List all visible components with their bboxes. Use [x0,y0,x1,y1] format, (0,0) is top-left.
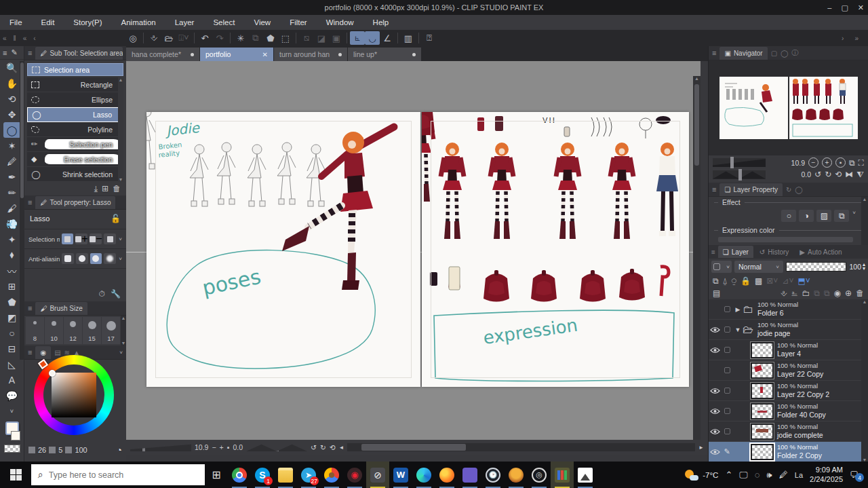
brushsize-menu-icon[interactable]: ≡ [28,304,32,312]
snap-special-ruler-icon[interactable]: ◡ [365,31,380,45]
layer-row-layer-22-copy[interactable]: 100 % NormalLayer 22 Copy [709,360,868,381]
navigator-preview[interactable] [709,60,868,155]
invert-selection-icon[interactable]: ⧉ [248,31,263,45]
enable-mask-icon[interactable]: ⊠˅ [766,276,778,286]
scale-rotate-icon[interactable]: ⧅ [299,31,314,45]
crop-icon[interactable]: ⬚ [278,31,293,45]
palette-color-dropdown[interactable]: ˅ [711,261,732,273]
gradient-map-icon[interactable]: ◪ [314,31,329,45]
aa-none-button[interactable] [62,253,74,264]
layer-checkbox[interactable] [721,367,733,373]
effect-dropdown-icon[interactable]: ˅ [852,210,856,222]
navigator-menu-icon[interactable]: ≡ [712,49,716,57]
firefox-app-icon[interactable] [435,462,458,488]
extract-line-effect-icon[interactable]: ⧉ [834,210,849,222]
brush-size-12[interactable]: 12 [64,317,82,344]
clip-studio-tools-app-icon[interactable] [551,462,574,488]
subtool-menu-icon[interactable]: ≡ [28,49,32,57]
lock-transparent-pixel-icon[interactable]: ▩ [755,276,762,286]
zoom-tool-icon[interactable]: 🔍 [3,60,21,75]
frame-border-tool-icon[interactable]: ⊟ [3,341,21,356]
color-slider-tab[interactable]: ▤ [54,349,60,356]
blend-mode-dropdown[interactable]: Normal˅ [734,261,783,273]
material-panel-icon[interactable]: ▥ [401,31,416,45]
add-subtool-icon[interactable]: ⊞ [102,184,108,193]
layer-list-view-icon[interactable]: ▤ [713,288,720,298]
visibility-toggle[interactable] [709,428,721,435]
folder-expand-icon[interactable]: ▼ [733,326,743,333]
reset-rotation-icon[interactable]: ⟲ [330,443,336,451]
layer-thumbnail[interactable] [751,403,774,419]
unlock-icon[interactable]: 🔓 [111,214,121,223]
media-app-icon[interactable] [505,462,528,488]
aa-middle-button[interactable] [90,253,102,264]
minimize-button[interactable]: – [827,3,831,12]
brush-size-8[interactable]: 8 [26,317,44,344]
canvas-horizontal-scrollbar[interactable] [347,443,695,451]
expression-color-dropdown[interactable] [718,237,853,242]
menu-filter[interactable]: Filter [280,15,317,30]
menu-window[interactable]: Window [317,15,363,30]
nav-fit-icon[interactable]: ▪ [835,157,846,168]
menu-layer[interactable]: Layer [165,15,204,30]
tool-scroll-down-icon[interactable]: ˅ [3,403,21,419]
airbrush-tool-icon[interactable]: 💨 [3,216,21,231]
edge-app-icon[interactable] [412,462,435,488]
fit-screen-icon[interactable]: ▪ [227,443,230,451]
brush-size-15[interactable]: 15 [83,317,101,344]
new-raster-layer-icon[interactable]: ⎀ [781,288,787,298]
clock-widget[interactable]: 9:09 AM 2/24/2025 [810,466,843,485]
visibility-toggle[interactable] [709,347,721,354]
layer-row-folder-2-copy[interactable]: ✎ 100 % NormalFolder 2 Copy [709,442,868,462]
opacity-slider[interactable] [786,262,846,271]
new-vector-layer-icon[interactable]: ⎁ [791,288,798,298]
eyedropper-tool-icon[interactable]: 🖉 [3,153,21,169]
sv-marker[interactable] [49,370,56,377]
photos-app-icon[interactable] [574,462,597,488]
menu-story[interactable]: Story(P) [64,15,111,30]
subtool-item-polyline[interactable]: Polyline [27,122,123,137]
toolprop-menu-icon[interactable]: ≡ [28,198,32,206]
subview-tab-icon[interactable]: ▢ [771,50,777,57]
layer-color-icon[interactable]: ⬒˅ [797,276,810,286]
menu-view[interactable]: View [244,15,280,30]
chrome-app-icon[interactable] [228,462,251,488]
canvas-viewport[interactable]: Jodie Broken reality poses [126,61,701,440]
figure-tool-icon[interactable]: ○ [3,325,21,341]
subtool-scrollbar[interactable]: ▲▼ [118,77,123,182]
new-folder-icon[interactable]: 🗀 [802,288,810,298]
tone-icon[interactable]: ▣ [329,31,344,45]
quick-access-tab-icon[interactable]: ◯ [781,50,788,57]
layer-checkbox[interactable] [721,428,733,434]
layer-thumbnail[interactable] [751,362,774,379]
reset-tool-icon[interactable]: ⏱ [99,289,105,299]
hidden-icons-chevron[interactable]: ⌃ [725,470,732,480]
layer-row-layer-22-copy-2[interactable]: 100 % NormalLayer 22 Copy 2 [709,381,868,401]
chrome-profile-app-icon[interactable] [320,462,343,488]
menu-help[interactable]: Help [363,15,399,30]
combine-down-icon[interactable]: ⧉ [824,288,830,298]
skype-app-icon[interactable]: S1 [251,462,274,488]
history-tab[interactable]: ↺History [755,246,794,258]
left-panel-collapse-strip[interactable]: «‖«‹ [0,35,125,42]
correct-line-tool-icon[interactable]: ◺ [3,356,21,372]
aa-dropdown-icon[interactable]: ˅ [119,256,122,262]
layer-tab[interactable]: ❏Layer [718,246,753,258]
menu-edit[interactable]: Edit [32,15,64,30]
nav-zoom-out-icon[interactable]: − [808,157,818,168]
menu-select[interactable]: Select [203,15,244,30]
close-tab-icon[interactable]: ✕ [262,51,268,58]
redo-icon[interactable]: ↷ [212,31,227,45]
move-tool-icon[interactable]: ✥ [3,107,21,122]
tool-settings-wrench-icon[interactable]: 🔧 [111,289,121,299]
layer-thumbnail[interactable] [751,383,774,399]
draft-layer-icon[interactable]: ⍜ [732,276,736,286]
doc-tab-line-up[interactable]: line up* [348,48,421,61]
layer-list-scrollbar[interactable]: ▲▼ [861,299,868,462]
brush-tool-icon[interactable]: 🖌 [3,200,21,216]
selection-tool-icon[interactable]: ◯ [3,122,21,138]
navigator-rotation-slider[interactable] [713,170,766,179]
apply-mask-icon[interactable]: ⊕ [845,288,852,298]
onedrive-icon[interactable]: ◌ [755,470,760,480]
auto-select-tool-icon[interactable]: ✶ [3,138,21,153]
